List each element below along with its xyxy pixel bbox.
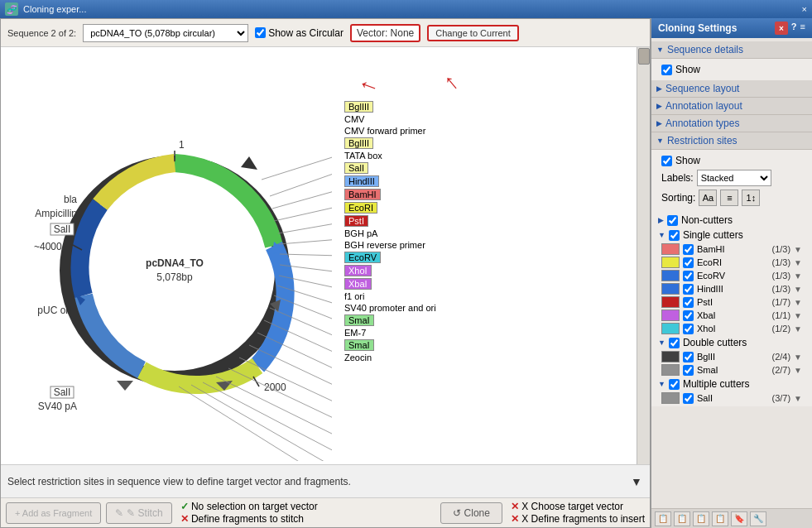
sorting-label: Sorting: <box>661 192 695 204</box>
SalI-checkbox[interactable] <box>683 393 694 404</box>
EcoRV-color <box>661 270 680 281</box>
HindIII-arrow[interactable]: ▼ <box>794 285 802 294</box>
app-icon: 🧬 <box>5 2 18 16</box>
section-sequence-layout[interactable]: ▶ Sequence layout <box>651 80 812 98</box>
add-fragment-button[interactable]: + Add as Fragment <box>6 502 101 524</box>
XhoI-color <box>661 323 680 334</box>
EcoRV-arrow[interactable]: ▼ <box>794 271 802 281</box>
sort-num-button[interactable]: 1↕ <box>742 190 760 206</box>
XbaI-color <box>661 310 680 321</box>
EcoRI-color <box>661 257 680 268</box>
change-to-current-button[interactable]: Change to Current <box>427 25 519 41</box>
show-circular-checkbox[interactable] <box>255 27 266 38</box>
XbaI-arrow[interactable]: ▼ <box>794 311 802 320</box>
center-label-2: 5,078bp <box>156 271 193 283</box>
show-circular-wrap: Show as Circular <box>255 27 344 39</box>
double-cutters-header[interactable]: ▼ Double cutters <box>655 335 809 350</box>
bottom-icon-3[interactable]: 📋 <box>693 511 709 526</box>
section-annotation-layout[interactable]: ▶ Annotation layout <box>651 98 812 115</box>
PstI-checkbox[interactable] <box>683 297 694 308</box>
show-rs-label: Show <box>675 155 700 166</box>
dc-expand: ▼ <box>658 338 665 347</box>
menu-icon[interactable]: ≡ <box>800 22 805 35</box>
multiple-cutters-checkbox[interactable] <box>669 379 680 390</box>
show-seq-details-checkbox[interactable] <box>661 65 672 75</box>
XhoI-arrow[interactable]: ▼ <box>794 324 802 334</box>
section-sequence-details[interactable]: ▼ Sequence details <box>651 41 812 59</box>
right-panel: Cloning Settings × ? ≡ ▼ Sequence detail… <box>651 18 812 528</box>
EcoRI-arrow[interactable]: ▼ <box>794 258 802 267</box>
diagram-scrollbar[interactable] <box>637 47 650 464</box>
BamHI-arrow[interactable]: ▼ <box>794 245 802 254</box>
bottom-icon-5[interactable]: 🔖 <box>731 511 747 526</box>
SmaI-color <box>661 364 680 376</box>
status-scroll-btn[interactable]: ▼ <box>630 475 643 488</box>
svg-text:2000: 2000 <box>264 382 286 393</box>
section-restriction-sites[interactable]: ▼ Restriction sites <box>651 132 812 150</box>
labels-row: Labels: Stacked <box>661 168 802 188</box>
ann-CMV: CMV <box>344 114 436 124</box>
ann-f1ori: f1 ori <box>344 291 436 301</box>
EcoRV-checkbox[interactable] <box>683 271 694 281</box>
sort-aa-button[interactable]: Aa <box>699 190 717 206</box>
clone-icon: ↺ <box>453 507 461 519</box>
BglII-arrow[interactable]: ▼ <box>794 353 802 362</box>
enzyme-HindIII: HindIII (1/3) ▼ <box>655 282 809 295</box>
bottom-icon-4[interactable]: 📋 <box>712 511 728 526</box>
single-cutters-header[interactable]: ▼ Single cutters <box>655 228 809 242</box>
close-settings-button[interactable]: × <box>775 22 788 35</box>
SmaI-arrow[interactable]: ▼ <box>794 366 802 375</box>
EcoRI-checkbox[interactable] <box>683 257 694 268</box>
show-rs-checkbox[interactable] <box>661 156 672 166</box>
check-no-selection: ✓ No selection on target vector <box>180 501 318 512</box>
section-annotation-types[interactable]: ▶ Annotation types <box>651 115 812 132</box>
BglII-color <box>661 351 680 362</box>
single-cutters-checkbox[interactable] <box>669 230 680 241</box>
svg-marker-4 <box>117 381 133 391</box>
sc-expand: ▼ <box>658 231 665 239</box>
ann-BglIII-1: BglIII <box>344 101 436 113</box>
BglII-name: BglII <box>697 352 768 362</box>
svg-line-24 <box>274 206 332 221</box>
SalI-arrow[interactable]: ▼ <box>794 394 802 403</box>
left-panel: Sequence 2 of 2: pcDNA4_TO (5,078bp circ… <box>0 18 651 528</box>
PstI-arrow[interactable]: ▼ <box>794 298 802 307</box>
BamHI-checkbox[interactable] <box>683 244 694 255</box>
sequence-select[interactable]: pcDNA4_TO (5,078bp circular) <box>83 24 248 42</box>
ann-SalI: SalI <box>344 162 436 174</box>
ann-TATA: TATA box <box>344 151 436 161</box>
non-cutters-label: Non-cutters <box>681 214 733 226</box>
svg-text:SalI: SalI <box>54 223 71 235</box>
bottom-icon-6[interactable]: 🔧 <box>750 511 766 526</box>
BamHI-count: (1/3) <box>771 244 790 254</box>
status-text: Select restriction sites in sequence vie… <box>7 476 351 487</box>
SalI-name: SalI <box>697 393 768 403</box>
BglII-checkbox[interactable] <box>683 352 694 362</box>
bottom-icon-1[interactable]: 📋 <box>655 511 671 526</box>
help-icon[interactable]: ? <box>791 22 797 35</box>
multiple-cutters-header[interactable]: ▼ Multiple cutters <box>655 377 809 391</box>
clone-button[interactable]: ↺ Clone <box>440 502 502 524</box>
labels-select[interactable]: Stacked <box>697 170 771 186</box>
non-cutters-header[interactable]: ▶ Non-cutters <box>655 213 809 228</box>
enzyme-BamHI: BamHI (1/3) ▼ <box>655 242 809 256</box>
EcoRV-count: (1/3) <box>771 271 790 281</box>
SalI-color <box>661 392 680 404</box>
close-icon[interactable]: × <box>802 4 807 14</box>
XbaI-checkbox[interactable] <box>683 310 694 321</box>
ann-BamHI: BamHI <box>344 189 436 200</box>
HindIII-checkbox[interactable] <box>683 284 694 295</box>
ann-CMV-fwd: CMV forward primer <box>344 126 436 136</box>
sort-table-button[interactable]: ≡ <box>720 190 738 206</box>
ann-EM7: EM-7 <box>344 328 436 338</box>
stitch-button[interactable]: ✎ ✎ Stitch <box>106 502 171 524</box>
XhoI-checkbox[interactable] <box>683 324 694 334</box>
HindIII-count: (1/3) <box>771 284 790 294</box>
non-cutters-checkbox[interactable] <box>667 215 678 226</box>
SmaI-checkbox[interactable] <box>683 365 694 376</box>
enzyme-EcoRV: EcoRV (1/3) ▼ <box>655 269 809 282</box>
double-cutters-checkbox[interactable] <box>669 338 680 348</box>
stitch-icon: ✎ <box>115 507 123 519</box>
svg-text:SalI: SalI <box>54 386 71 398</box>
bottom-icon-2[interactable]: 📋 <box>674 511 690 526</box>
